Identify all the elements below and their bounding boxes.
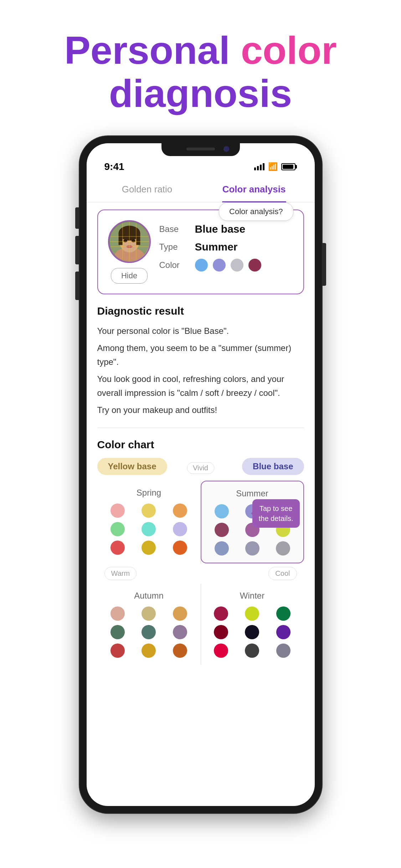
- axis-labels: Warm Cool: [97, 563, 304, 584]
- hide-button[interactable]: Hide: [111, 268, 148, 284]
- color-chart-title: Color chart: [97, 439, 304, 451]
- color-dot-1: [195, 259, 208, 272]
- status-icons: 📶: [254, 162, 297, 171]
- winter-dot-3: [276, 606, 291, 621]
- color-dot-2: [213, 259, 226, 272]
- screen-content: Hide Base Blue base Type Summer: [87, 202, 315, 672]
- summer-quadrant: Summer: [201, 481, 304, 563]
- status-time: 9:41: [104, 161, 124, 172]
- type-row: Type Summer: [159, 241, 293, 253]
- spring-dot-1: [110, 503, 125, 518]
- spring-colors: [104, 503, 194, 555]
- autumn-dot-6: [173, 625, 187, 639]
- camera-icon: [223, 146, 229, 152]
- spring-quadrant: Spring: [97, 481, 201, 563]
- signal-bars-icon: [254, 163, 264, 170]
- summer-label: Summer: [209, 489, 296, 498]
- spring-dot-2: [142, 503, 156, 518]
- phone-screen: 9:41 📶: [87, 143, 315, 806]
- base-label: Base: [159, 224, 188, 234]
- side-button-power: [322, 243, 326, 286]
- spring-dot-8: [142, 541, 156, 555]
- winter-dot-8: [245, 644, 259, 658]
- phone-container: 9:41 📶: [0, 129, 401, 827]
- diagnostic-line-3: You look good in cool, refreshing colors…: [97, 372, 304, 400]
- side-button-vol-up: [75, 236, 79, 264]
- autumn-dot-1: [110, 606, 125, 621]
- winter-dot-4: [214, 625, 228, 639]
- title-personal: Personal: [64, 28, 230, 72]
- summer-dot-8: [245, 541, 259, 556]
- warm-label: Warm: [104, 567, 137, 580]
- autumn-dot-5: [142, 625, 156, 639]
- base-labels-row: Yellow base Vivid Blue base: [97, 458, 304, 475]
- chart-container: Spring: [97, 481, 304, 665]
- diagnostic-line-4: Try on your makeup and outfits!: [97, 403, 304, 417]
- spring-dot-4: [110, 522, 125, 536]
- result-card: Hide Base Blue base Type Summer: [97, 210, 304, 294]
- battery-icon: [281, 163, 297, 170]
- svg-point-8: [123, 239, 127, 242]
- wifi-icon: 📶: [268, 162, 278, 171]
- autumn-dot-2: [142, 606, 156, 621]
- winter-label: Winter: [208, 591, 297, 601]
- avatar-image: [109, 220, 150, 263]
- autumn-colors: [104, 606, 194, 658]
- tab-bar: Golden ratio Color analysis: [87, 177, 315, 202]
- color-dot-3: [231, 259, 243, 272]
- avatar: [108, 220, 151, 263]
- info-section: Base Blue base Type Summer Color: [159, 220, 293, 277]
- color-chart-section: Color chart Yellow base Vivid Blue base: [97, 439, 304, 665]
- autumn-dot-4: [110, 625, 125, 639]
- speaker-icon: [186, 148, 215, 150]
- winter-quadrant: Winter: [201, 584, 304, 665]
- color-row: Color: [159, 259, 293, 272]
- svg-rect-6: [118, 233, 122, 245]
- spring-dot-9: [173, 541, 187, 555]
- tab-golden-ratio[interactable]: Golden ratio: [94, 177, 201, 202]
- side-button-vol-down: [75, 272, 79, 300]
- spring-label: Spring: [104, 488, 194, 498]
- type-value: Summer: [195, 241, 238, 253]
- color-dot-4: [248, 259, 261, 272]
- summer-dot-9: [276, 541, 290, 556]
- divider: [97, 428, 304, 428]
- autumn-label: Autumn: [104, 591, 194, 601]
- avatar-section: Hide: [108, 220, 151, 284]
- winter-dot-1: [214, 606, 228, 621]
- title-color: color: [230, 28, 337, 72]
- winter-dot-2: [245, 606, 259, 621]
- signal-bar-1: [254, 167, 256, 170]
- diagnostic-section: Diagnostic result Your personal color is…: [97, 305, 304, 417]
- diagnostic-title: Diagnostic result: [97, 305, 304, 317]
- result-container: Hide Base Blue base Type Summer: [97, 210, 304, 294]
- base-row: Base Blue base: [159, 223, 293, 235]
- autumn-dot-7: [110, 644, 125, 658]
- cool-label: Cool: [268, 567, 297, 580]
- color-label: Color: [159, 260, 188, 270]
- svg-point-9: [131, 239, 135, 242]
- summer-dot-7: [215, 541, 229, 556]
- winter-dot-5: [245, 625, 259, 639]
- quadrants-wrapper: Spring: [97, 481, 304, 563]
- autumn-dot-3: [173, 606, 187, 621]
- base-value: Blue base: [195, 223, 246, 235]
- winter-dot-6: [276, 625, 291, 639]
- spring-dot-6: [173, 522, 187, 536]
- winter-dot-9: [276, 644, 291, 658]
- diagnostic-line-1: Your personal color is "Blue Base".: [97, 324, 304, 338]
- autumn-quadrant: Autumn: [97, 584, 201, 665]
- page-title: Personal color diagnosis: [21, 29, 380, 115]
- winter-colors: [208, 606, 297, 658]
- spring-dot-5: [142, 522, 156, 536]
- tap-tooltip: Tap to seethe details.: [252, 499, 300, 528]
- signal-bar-2: [257, 166, 259, 170]
- page: Personal color diagnosis 9:41: [0, 0, 401, 827]
- tab-color-analysis[interactable]: Color analysis: [201, 177, 308, 202]
- yellow-base-label: Yellow base: [97, 458, 167, 475]
- side-button-mute: [75, 207, 79, 229]
- winter-dot-7: [214, 644, 228, 658]
- color-analysis-info-button[interactable]: Color analysis?: [219, 202, 293, 221]
- vivid-label: Vivid: [187, 462, 214, 474]
- type-label: Type: [159, 242, 188, 252]
